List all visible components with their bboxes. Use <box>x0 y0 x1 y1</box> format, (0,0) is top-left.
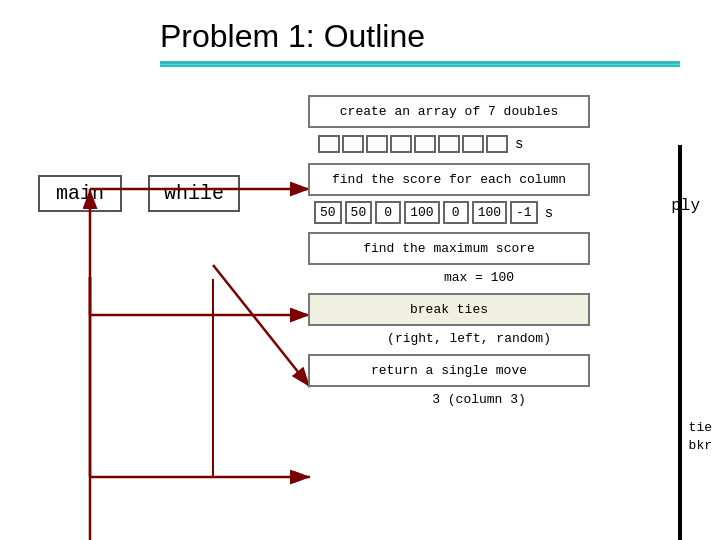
ply-label: ply <box>671 197 700 215</box>
break-ties-box: break ties <box>308 293 590 326</box>
tie-label: tiebkr <box>689 419 712 455</box>
svg-line-5 <box>213 265 310 387</box>
while-box: while <box>148 175 240 212</box>
right-left-text: (right, left, random) <box>348 331 590 346</box>
page-title: Problem 1: Outline <box>0 0 720 61</box>
array-cells <box>318 135 508 153</box>
score-values-row: 50 50 0 100 0 100 -1 s <box>314 201 590 224</box>
score-50-1: 50 <box>314 201 342 224</box>
column3-text: 3 (column 3) <box>368 392 590 407</box>
main-box: main <box>38 175 122 212</box>
return-move-box: return a single move <box>308 354 590 387</box>
score-100-2: 100 <box>472 201 507 224</box>
array-cells-row: s <box>318 133 590 155</box>
score-0-1: 0 <box>375 201 401 224</box>
score-neg1: -1 <box>510 201 538 224</box>
find-score-box: find the score for each column <box>308 163 590 196</box>
array-s-label: s <box>515 136 523 152</box>
score-s-label: s <box>545 205 553 221</box>
main-label: main <box>56 182 104 205</box>
score-100-1: 100 <box>404 201 439 224</box>
max-eq-text: max = 100 <box>368 270 590 285</box>
find-max-box: find the maximum score <box>308 232 590 265</box>
score-0-2: 0 <box>443 201 469 224</box>
score-50-2: 50 <box>345 201 373 224</box>
while-label: while <box>164 182 224 205</box>
create-array-box: create an array of 7 doubles <box>308 95 590 128</box>
